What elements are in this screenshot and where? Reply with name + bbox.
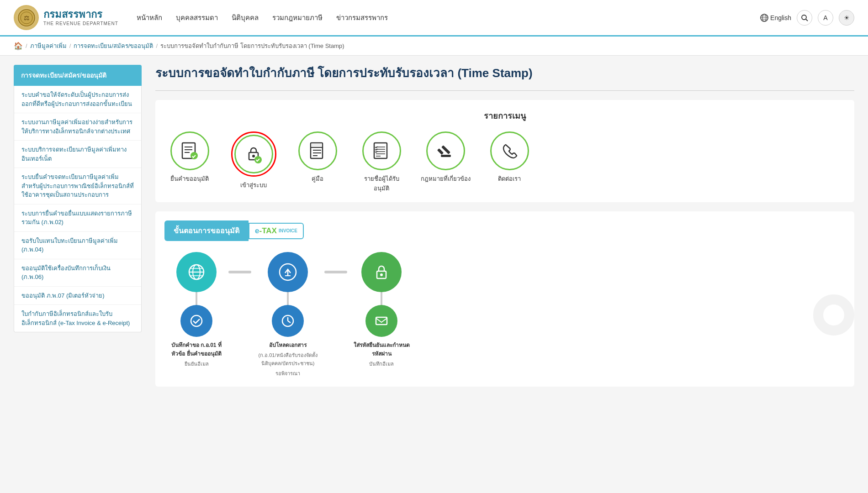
nav-legal[interactable]: นิติบุคคล xyxy=(232,12,259,23)
step-2-bottom-label: บันทึกอีเมล xyxy=(369,360,394,368)
step-0-label: บันทึกคำขอ ก.อ.01 ที่หัวข้อ ยื่นคำขออนุม… xyxy=(167,341,226,358)
sidebar-item-7[interactable]: ขออนุมัติ ภ.พ.07 (มิเตอร์หัวจ่าย) xyxy=(14,287,141,305)
step-0-connector-v xyxy=(196,292,197,305)
process-step-1: อัปโหลดเอกสาร (ก.อ.01/หนังสือรับรองจัดตั… xyxy=(251,252,324,378)
nav-personal[interactable]: บุคคลสรรมดา xyxy=(176,12,218,23)
theme-toggle-button[interactable]: ☀ xyxy=(839,10,854,26)
main-layout: การจดทะเบียน/สมัคร/ขออนุมัติ ระบบคำขอให้… xyxy=(0,56,868,396)
logo-text: กรมสรรพากร THE REVENUE DEPARTMENT xyxy=(43,9,118,26)
connector-2 xyxy=(324,271,347,273)
step-1-top-circle xyxy=(268,252,308,292)
gavel-icon xyxy=(435,141,455,161)
step-2-connector-v xyxy=(381,292,382,305)
svg-rect-31 xyxy=(437,148,444,155)
menu-item-label-4: กฎหมายที่เกี่ยวข้อง xyxy=(421,174,471,184)
process-flow: บันทึกคำขอ ก.อ.01 ที่หัวข้อ ยื่นคำขออนุม… xyxy=(164,252,845,378)
menu-item-3[interactable]: รายชื่อผู้ได้รับอนุมัติ xyxy=(356,131,407,193)
svg-rect-29 xyxy=(441,155,451,157)
menu-icon-circle-5 xyxy=(490,131,529,170)
menu-item-4[interactable]: กฎหมายที่เกี่ยวข้อง xyxy=(420,131,471,184)
step-1-connector-v xyxy=(287,292,289,305)
step-1-sublabel: (ก.อ.01/หนังสือรับรองจัดตั้งนิติบุคคล/บั… xyxy=(254,351,322,367)
step-1-label: อัปโหลดเอกสาร xyxy=(269,341,307,349)
lock-icon xyxy=(372,263,391,281)
main-navigation: หน้าหลัก บุคคลสรรมดา นิติบุคคล รวมกฎหมาย… xyxy=(137,12,760,23)
phone-icon xyxy=(499,141,519,161)
menu-item-5[interactable]: ติดต่อเรา xyxy=(484,131,535,184)
sidebar-item-8[interactable]: ใบกำกับภาษีอิเล็กทรอนิกส์และใบรับอิเล็กท… xyxy=(14,305,141,332)
nav-home[interactable]: หน้าหลัก xyxy=(137,12,162,23)
nav-news[interactable]: ข่าวกรมสรรพากร xyxy=(336,12,388,23)
menu-icons: ยื่นคำขออนุมัติ xyxy=(164,131,845,193)
breadcrumb-vat[interactable]: ภาษีมูลค่าเพิ่ม xyxy=(30,41,67,51)
menu-item-1[interactable]: เข้าสู่ระบบ xyxy=(228,131,279,190)
menu-icon-circle-2 xyxy=(298,131,337,170)
process-step-0: บันทึกคำขอ ก.อ.01 ที่หัวข้อ ยื่นคำขออนุม… xyxy=(164,252,228,368)
search-button[interactable] xyxy=(797,10,812,26)
etax-detail: INVOICE xyxy=(279,229,297,233)
etax-tax-text: -TAX xyxy=(259,226,276,235)
form-edit-icon xyxy=(180,141,200,161)
menu-item-label-3: รายชื่อผู้ได้รับอนุมัติ xyxy=(356,174,407,193)
sidebar-item-0[interactable]: ระบบคำขอให้จัดระดับเป็นผู้ประกอบการส่งออ… xyxy=(14,86,141,113)
sidebar-title: การจดทะเบียน/สมัคร/ขออนุมัติ xyxy=(14,65,142,86)
search-icon xyxy=(801,14,808,21)
menu-item-0[interactable]: ยื่นคำขออนุมัติ xyxy=(164,131,215,184)
svg-point-14 xyxy=(191,152,198,159)
menu-item-2[interactable]: คู่มือ xyxy=(292,131,343,184)
svg-text:⚖: ⚖ xyxy=(23,14,29,21)
svg-point-45 xyxy=(380,273,383,276)
process-steps-button[interactable]: ขั้นตอนการขออนุมัติ xyxy=(164,220,249,241)
step-0-bottom-circle xyxy=(180,305,212,337)
clock-icon xyxy=(281,314,295,328)
font-size-button[interactable]: A xyxy=(818,10,833,26)
logo-area: ⚖ กรมสรรพากร THE REVENUE DEPARTMENT xyxy=(14,5,118,30)
upload-icon xyxy=(279,263,297,281)
process-step-2: ใส่รหัสยืนยันและกำหนดรหัสผ่าน บันทึกอีเม… xyxy=(347,252,416,368)
menu-icon-circle-0 xyxy=(170,131,209,170)
sidebar-item-5[interactable]: ขอรับใบแทนใบทะเบียนภาษีมูลค่าเพิ่ม (ภ.พ.… xyxy=(14,232,141,259)
process-section: ขั้นตอนการขออนุมัติ e-TAX INVOICE xyxy=(155,211,854,387)
sidebar-item-4[interactable]: ระบบการยื่นคำขอยื่นแบบแสดงรายการภาษีรวมก… xyxy=(14,205,141,232)
sidebar-item-2[interactable]: ระบบบริการจดทะเบียนภาษีมูลค่าเพิ่มทางอิน… xyxy=(14,141,141,168)
etax-invoice-label: INVOICE xyxy=(279,229,297,233)
logo-eng: THE REVENUE DEPARTMENT xyxy=(43,21,118,26)
svg-point-37 xyxy=(191,315,202,326)
svg-rect-46 xyxy=(376,317,387,325)
step-2-bottom-circle xyxy=(365,305,397,337)
language-label: English xyxy=(770,14,791,21)
step-2-top-circle xyxy=(361,252,402,292)
connector-1 xyxy=(228,271,251,273)
content-area: ระบบการขอจัดทำใบกำกับภาษี โดยการประทับรั… xyxy=(155,65,854,387)
manual-icon xyxy=(307,141,328,161)
sidebar-items: ระบบคำขอให้จัดระดับเป็นผู้ประกอบการส่งออ… xyxy=(14,86,142,332)
globe-step-icon xyxy=(187,263,206,281)
menu-item-label-2: คู่มือ xyxy=(312,174,323,184)
sidebar-item-1[interactable]: ระบบงานภาษีมูลค่าเพิ่มอย่างง่ายสำหรับการ… xyxy=(14,113,141,141)
top-navigation: ⚖ กรมสรรพากร THE REVENUE DEPARTMENT หน้า… xyxy=(0,0,868,37)
menu-item-label-0: ยื่นคำขออนุมัติ xyxy=(170,174,209,184)
menu-heading: รายการเมนู xyxy=(164,109,845,122)
checklist-icon xyxy=(371,141,392,161)
step-0-top-circle xyxy=(176,252,217,292)
menu-icon-circle-4 xyxy=(426,131,465,170)
process-header: ขั้นตอนการขออนุมัติ e-TAX INVOICE xyxy=(164,220,304,241)
menu-item-label-5: ติดต่อเรา xyxy=(498,174,521,184)
sidebar-item-3[interactable]: ระบบยื่นคำขจดทะเบียนภาษีมูลค่าเพิ่มสำหรั… xyxy=(14,168,141,205)
svg-rect-19 xyxy=(311,143,323,147)
globe-icon xyxy=(760,14,768,22)
step-1-bottom-circle xyxy=(272,305,304,337)
breadcrumb-home[interactable]: 🏠 xyxy=(14,42,23,50)
svg-line-43 xyxy=(288,321,291,323)
nav-tax-law[interactable]: รวมกฎหมายภาษี xyxy=(272,12,323,23)
logo-thai: กรมสรรพากร xyxy=(43,9,118,21)
menu-icon-circle-3 xyxy=(362,131,401,170)
svg-line-9 xyxy=(806,19,808,21)
page-title: ระบบการขอจัดทำใบกำกับภาษี โดยการประทับรั… xyxy=(155,65,854,81)
etax-e: e-TAX xyxy=(255,226,277,236)
sidebar-item-6[interactable]: ขออนุมัติใช้เครื่องบันทึกการเก็บเงิน (ภ.… xyxy=(14,259,141,287)
check-circle-icon xyxy=(189,314,204,328)
breadcrumb-register[interactable]: การจดทะเบียน/สมัคร/ขออนุมัติ xyxy=(74,41,153,51)
language-button[interactable]: English xyxy=(760,14,791,22)
divider xyxy=(155,90,854,91)
